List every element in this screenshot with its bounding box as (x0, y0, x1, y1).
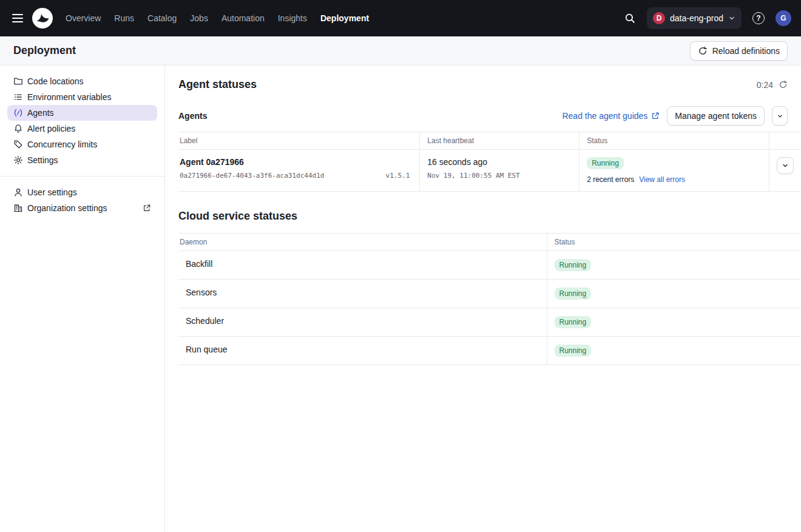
daemon-name: Run queue (178, 337, 547, 365)
agent-guides-link[interactable]: Read the agent guides (562, 111, 660, 121)
sidebar-item-label: Alert policies (27, 124, 75, 133)
view-all-errors-link[interactable]: View all errors (639, 175, 685, 184)
agent-row: Agent 0a271966 0a271966-de67-4043-a3f6-a… (178, 150, 801, 192)
sidebar-item-label: Agents (27, 108, 54, 118)
cloud-services-table: Daemon Status Backfill Running Sensors R… (178, 233, 801, 365)
agent-name: Agent 0a271966 (180, 157, 324, 167)
external-link-icon (651, 112, 660, 120)
hamburger-icon (12, 14, 23, 22)
bell-icon (13, 124, 23, 133)
daemon-name: Scheduler (178, 308, 547, 337)
top-nav: Overview Runs Catalog Jobs Automation In… (0, 0, 801, 36)
deployment-switcher[interactable]: D data-eng-prod (647, 7, 742, 29)
deployment-name: data-eng-prod (670, 13, 723, 23)
chevron-down-icon (782, 162, 789, 169)
cloud-service-statuses-title: Cloud service statuses (178, 210, 801, 223)
reload-icon (698, 46, 708, 56)
recent-errors-count: 2 recent errors (587, 175, 634, 184)
sidebar-item-alert-policies[interactable]: Alert policies (7, 121, 157, 136)
sidebar-item-environment-variables[interactable]: Environment variables (7, 89, 157, 105)
sidebar-item-organization-settings[interactable]: Organization settings (7, 200, 157, 216)
cloud-table-header-row: Daemon Status (178, 234, 801, 251)
column-header-actions (769, 132, 801, 150)
sidebar-item-user-settings[interactable]: User settings (7, 184, 157, 200)
chevron-down-icon (728, 15, 735, 22)
expand-agent-row-button[interactable] (777, 157, 794, 174)
agent-statuses-title: Agent statuses (178, 78, 257, 91)
sidebar-divider (0, 176, 164, 177)
agent-version: v1.5.1 (386, 172, 410, 180)
nav-item-insights[interactable]: Insights (278, 13, 307, 23)
heartbeat-timestamp: Nov 19, 11:00:55 AM EST (427, 172, 572, 180)
deployment-sidebar: Code locations Environment variables Age… (0, 66, 165, 532)
agent-icon (13, 108, 23, 118)
sidebar-item-label: Concurrency limits (27, 140, 97, 149)
column-header-status: Status (547, 234, 801, 251)
deployment-badge: D (653, 12, 665, 24)
column-header-label: Label (178, 132, 420, 150)
building-icon (13, 203, 23, 213)
reload-definitions-button[interactable]: Reload definitions (690, 41, 788, 61)
nav-item-catalog[interactable]: Catalog (147, 13, 177, 23)
status-badge: Running (555, 288, 592, 300)
reload-definitions-label: Reload definitions (712, 46, 780, 56)
daemon-row-scheduler: Scheduler Running (178, 308, 801, 337)
agent-id: 0a271966-de67-4043-a3f6-aca31dc44d1d (180, 172, 324, 180)
nav-item-runs[interactable]: Runs (114, 13, 134, 23)
sidebar-item-label: Settings (27, 155, 58, 165)
user-avatar[interactable]: G (776, 10, 791, 26)
external-link-icon (143, 204, 151, 212)
status-badge: Running (555, 259, 592, 271)
nav-item-automation[interactable]: Automation (221, 13, 265, 23)
list-icon (13, 92, 23, 102)
caret-down-icon (777, 113, 783, 120)
status-badge: Running (587, 157, 624, 169)
sidebar-item-label: Organization settings (27, 203, 107, 213)
person-icon (13, 187, 23, 197)
help-icon: ? (752, 12, 765, 24)
refresh-countdown: 0:24 (757, 80, 788, 90)
folder-icon (13, 76, 23, 86)
daemon-name: Backfill (178, 251, 547, 280)
sidebar-item-concurrency-limits[interactable]: Concurrency limits (7, 136, 157, 152)
agents-table: Label Last heartbeat Status Agent 0a2719… (178, 132, 801, 192)
daemon-row-backfill: Backfill Running (178, 251, 801, 280)
sidebar-item-settings[interactable]: Settings (7, 152, 157, 168)
agent-actions-dropdown-button[interactable] (772, 106, 788, 126)
daemon-row-run-queue: Run queue Running (178, 337, 801, 365)
page-header: Deployment Reload definitions (0, 36, 801, 66)
status-badge: Running (555, 345, 592, 357)
help-button[interactable]: ? (749, 8, 768, 28)
sidebar-item-label: Code locations (27, 76, 84, 86)
agents-table-header-row: Label Last heartbeat Status (178, 132, 801, 150)
page-title: Deployment (13, 44, 76, 57)
dagster-logo[interactable] (32, 7, 53, 29)
daemon-row-sensors: Sensors Running (178, 280, 801, 308)
agent-guides-link-label: Read the agent guides (562, 111, 647, 121)
sidebar-item-label: Environment variables (27, 92, 112, 102)
column-header-daemon: Daemon (178, 234, 547, 251)
column-header-status: Status (580, 132, 769, 150)
daemon-name: Sensors (178, 280, 547, 308)
menu-button[interactable] (6, 7, 29, 30)
tag-icon (13, 140, 23, 149)
sidebar-item-code-locations[interactable]: Code locations (7, 73, 157, 89)
nav-item-overview[interactable]: Overview (66, 13, 101, 23)
topnav-right-cluster: D data-eng-prod ? G (620, 7, 791, 29)
agents-section-label: Agents (178, 111, 207, 121)
sidebar-item-agents[interactable]: Agents (7, 105, 157, 121)
countdown-value: 0:24 (757, 80, 773, 90)
nav-item-deployment[interactable]: Deployment (320, 13, 369, 23)
column-header-heartbeat: Last heartbeat (420, 132, 580, 150)
main-content: Agent statuses 0:24 Agents Read the agen… (165, 66, 801, 532)
sidebar-item-label: User settings (27, 187, 77, 197)
manage-agent-tokens-button[interactable]: Manage agent tokens (667, 106, 765, 126)
gear-icon (13, 155, 23, 165)
refresh-icon[interactable] (779, 80, 788, 89)
nav-item-jobs[interactable]: Jobs (190, 13, 208, 23)
status-badge: Running (555, 316, 592, 328)
search-button[interactable] (620, 8, 640, 28)
main-nav: Overview Runs Catalog Jobs Automation In… (66, 13, 369, 23)
search-icon (624, 13, 635, 24)
manage-agent-tokens-label: Manage agent tokens (675, 111, 757, 121)
